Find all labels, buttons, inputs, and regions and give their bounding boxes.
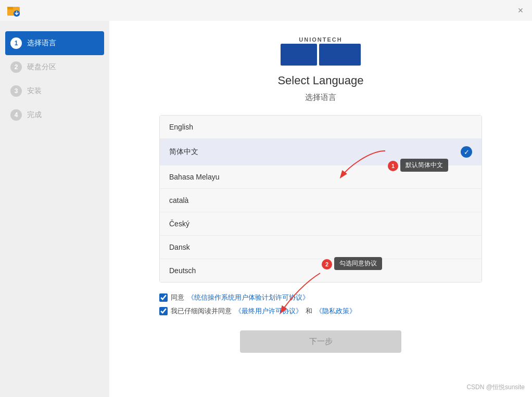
step-4-number: 4 <box>10 109 22 121</box>
agreement-2-prefix: 我已仔细阅读并同意 <box>171 306 232 316</box>
language-item-5[interactable]: Dansk <box>160 236 482 259</box>
agreement-checkbox-1[interactable] <box>159 293 168 302</box>
language-item-4[interactable]: Český <box>160 212 482 236</box>
sidebar-item-install[interactable]: 3 安装 <box>0 79 109 103</box>
watermark: CSDN @恒悦sunsite <box>466 383 525 392</box>
check-icon-1: ✓ <box>461 146 472 158</box>
brand-text: UNIONTECH <box>299 36 342 43</box>
language-name-0: English <box>169 123 193 131</box>
agreement-area: 同意 《统信操作系统用户体验计划许可协议》 我已仔细阅读并同意 《最终用户许可协… <box>159 293 482 320</box>
logo-block-left <box>281 44 317 66</box>
logo-row <box>281 44 361 66</box>
step-1-label: 选择语言 <box>27 39 56 48</box>
agreement-1-link[interactable]: 《统信操作系统用户体验计划许可协议》 <box>187 293 309 302</box>
step-3-number: 3 <box>10 85 22 97</box>
agreement-checkbox-2[interactable] <box>159 307 168 315</box>
sidebar-item-select-language[interactable]: 1 选择语言 <box>5 31 104 55</box>
sidebar: 1 选择语言 2 硬盘分区 3 安装 4 完成 <box>0 21 109 397</box>
page-title-zh: 选择语言 <box>305 93 336 103</box>
language-name-5: Dansk <box>169 243 190 251</box>
language-list: English简体中文✓Bahasa MelayucatalàČeskýDans… <box>159 115 482 283</box>
next-button[interactable]: 下一步 <box>240 330 401 353</box>
right-panel: UNIONTECH Select Language 选择语言 English简体… <box>109 21 532 397</box>
step-3-label: 安装 <box>27 86 42 96</box>
language-item-6[interactable]: Deutsch <box>160 259 482 282</box>
agreement-line-1: 同意 《统信操作系统用户体验计划许可协议》 <box>159 293 482 302</box>
agreement-line-2: 我已仔细阅读并同意 《最终用户许可协议》 和 《隐私政策》 <box>159 306 482 316</box>
language-name-4: Český <box>169 220 189 228</box>
language-name-6: Deutsch <box>169 266 196 275</box>
sidebar-item-partition[interactable]: 2 硬盘分区 <box>0 55 109 79</box>
language-name-1: 简体中文 <box>169 147 198 157</box>
close-button[interactable]: × <box>515 5 526 16</box>
svg-rect-2 <box>7 7 13 9</box>
language-item-1[interactable]: 简体中文✓ <box>160 139 482 165</box>
language-name-2: Bahasa Melayu <box>169 173 220 181</box>
main-content: 1 选择语言 2 硬盘分区 3 安装 4 完成 UNIONTECH <box>0 21 532 397</box>
agreement-1-prefix: 同意 <box>171 293 184 302</box>
step-4-label: 完成 <box>27 110 42 120</box>
step-1-number: 1 <box>10 37 22 49</box>
logo-block-right <box>319 44 361 66</box>
agreement-2-link2[interactable]: 《隐私政策》 <box>315 306 356 316</box>
app-icon <box>6 3 21 18</box>
title-bar: × <box>0 0 532 21</box>
agreement-2-link1[interactable]: 《最终用户许可协议》 <box>235 306 302 316</box>
sidebar-item-done[interactable]: 4 完成 <box>0 103 109 127</box>
page-title-en: Select Language <box>277 74 363 87</box>
step-2-label: 硬盘分区 <box>27 62 56 72</box>
app-window: × 1 选择语言 2 硬盘分区 3 安装 4 完成 <box>0 0 532 397</box>
logo-area: UNIONTECH <box>281 36 361 66</box>
step-2-number: 2 <box>10 61 22 73</box>
language-item-3[interactable]: català <box>160 189 482 212</box>
language-item-0[interactable]: English <box>160 116 482 139</box>
agreement-2-mid: 和 <box>306 306 312 316</box>
language-name-3: català <box>169 196 188 204</box>
title-bar-left <box>6 3 21 18</box>
language-item-2[interactable]: Bahasa Melayu <box>160 165 482 189</box>
